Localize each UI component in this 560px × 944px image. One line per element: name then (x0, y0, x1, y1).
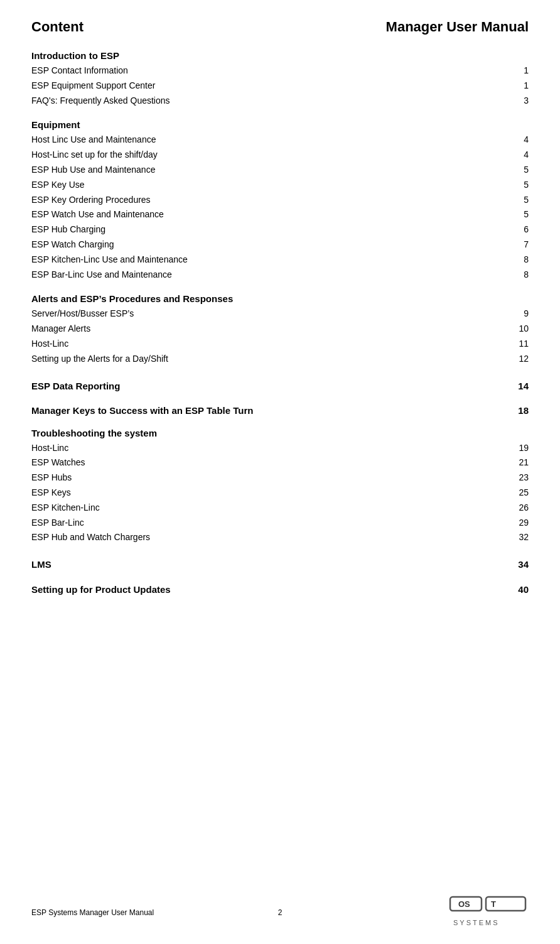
page: Content Manager User Manual Introduction… (0, 0, 560, 944)
toc-item-ts-esp-hub-watch-chargers: ESP Hub and Watch Chargers 32 (31, 530, 529, 545)
toc-label: ESP Hub and Watch Chargers (31, 530, 510, 545)
toc-label: ESP Kitchen-Linc Use and Maintenance (31, 252, 510, 268)
toc-label: Host-Linc set up for the shift/day (31, 148, 510, 163)
toc-item-esp-hub-charging: ESP Hub Charging 6 (31, 222, 529, 237)
toc-item-esp-watch-maint: ESP Watch Use and Maintenance 5 (31, 207, 529, 222)
section-title-lms: LMS (31, 556, 51, 573)
toc-page: 21 (510, 455, 529, 470)
section-title-introduction: Introduction to ESP (31, 50, 529, 61)
section-title-alerts: Alerts and ESP’s Procedures and Response… (31, 293, 529, 304)
toc-label: ESP Hub Charging (31, 222, 510, 237)
svg-text:T: T (491, 899, 496, 909)
section-equipment: Equipment Host Linc Use and Maintenance … (31, 119, 529, 282)
toc-label: Host-Linc (31, 441, 510, 456)
toc-label: ESP Watches (31, 455, 510, 470)
section-page-setting-up: 40 (518, 582, 529, 598)
toc-label: ESP Keys (31, 486, 510, 501)
section-page-lms: 34 (518, 556, 529, 573)
toc-page: 10 (510, 322, 529, 337)
page-header: Content Manager User Manual (31, 19, 529, 35)
toc-label: Server/Host/Busser ESP’s (31, 307, 510, 322)
section-title-setting-up: Setting up for Product Updates (31, 582, 171, 598)
footer-left-label: ESP Systems Manager User Manual (31, 908, 154, 917)
toc-page: 25 (510, 486, 529, 501)
toc-item-setting-alerts: Setting up the Alerts for a Day/Shift 12 (31, 352, 529, 367)
toc-page: 9 (510, 307, 529, 322)
toc-label: Host-Linc (31, 337, 510, 352)
section-title-troubleshooting: Troubleshooting the system (31, 428, 529, 438)
toc-item-ts-host-linc: Host-Linc 19 (31, 441, 529, 456)
toc-page: 8 (510, 268, 529, 283)
toc-page: 23 (510, 470, 529, 486)
toc-item-esp-contact: ESP Contact Information 1 (31, 63, 529, 79)
toc-item-esp-key-ordering: ESP Key Ordering Procedures 5 (31, 193, 529, 208)
toc-page: 5 (510, 178, 529, 193)
toc-item-ts-esp-kitchen-linc: ESP Kitchen-Linc 26 (31, 501, 529, 516)
logo-svg: OS T SYSTEMS (447, 894, 529, 931)
section-page-esp-data: 14 (518, 378, 529, 394)
toc-item-manager-alerts: Manager Alerts 10 (31, 322, 529, 337)
toc-label: ESP Watch Use and Maintenance (31, 207, 510, 222)
toc-page: 26 (510, 501, 529, 516)
toc-item-esp-support: ESP Equipment Support Center 1 (31, 79, 529, 94)
toc-page: 1 (510, 63, 529, 79)
toc-label: ESP Hubs (31, 470, 510, 486)
toc-label: FAQ's: Frequently Asked Questions (31, 94, 510, 109)
svg-text:SYSTEMS: SYSTEMS (453, 919, 500, 926)
section-setting-up: Setting up for Product Updates 40 (31, 582, 529, 598)
toc-page: 32 (510, 530, 529, 545)
toc-item-ts-esp-bar-linc: ESP Bar-Linc 29 (31, 516, 529, 531)
toc-item-host-linc: Host Linc Use and Maintenance 4 (31, 133, 529, 148)
toc-item-esp-kitchen-linc: ESP Kitchen-Linc Use and Maintenance 8 (31, 252, 529, 268)
toc-label: ESP Key Use (31, 178, 510, 193)
toc-label: ESP Key Ordering Procedures (31, 193, 510, 208)
toc-item-host-linc-alerts: Host-Linc 11 (31, 337, 529, 352)
toc-item-esp-hub-maint: ESP Hub Use and Maintenance 5 (31, 163, 529, 178)
toc-page: 6 (510, 222, 529, 237)
toc-label: ESP Kitchen-Linc (31, 501, 510, 516)
toc-item-server-host: Server/Host/Busser ESP’s 9 (31, 307, 529, 322)
toc-page: 8 (510, 252, 529, 268)
toc-label: Host Linc Use and Maintenance (31, 133, 510, 148)
page-footer: ESP Systems Manager User Manual 2 OS T S… (31, 894, 529, 931)
toc-page: 1 (510, 79, 529, 94)
toc-page: 5 (510, 193, 529, 208)
toc-label: Setting up the Alerts for a Day/Shift (31, 352, 510, 367)
toc-label: ESP Contact Information (31, 63, 510, 79)
toc-page: 4 (510, 133, 529, 148)
section-esp-data-reporting: ESP Data Reporting 14 (31, 378, 529, 394)
section-alerts: Alerts and ESP’s Procedures and Response… (31, 293, 529, 366)
section-manager-keys: Manager Keys to Success with an ESP Tabl… (31, 403, 529, 419)
toc-page: 29 (510, 516, 529, 531)
section-page-manager-keys: 18 (518, 403, 529, 419)
header-content-label: Content (31, 19, 83, 35)
toc-item-ts-esp-hubs: ESP Hubs 23 (31, 470, 529, 486)
toc-page: 3 (510, 94, 529, 109)
section-title-esp-data: ESP Data Reporting (31, 378, 120, 394)
toc-label: ESP Hub Use and Maintenance (31, 163, 510, 178)
toc-page: 19 (510, 441, 529, 456)
toc-item-ts-esp-keys: ESP Keys 25 (31, 486, 529, 501)
toc-page: 5 (510, 163, 529, 178)
header-manual-label: Manager User Manual (386, 19, 529, 35)
section-lms: LMS 34 (31, 556, 529, 573)
toc-page: 12 (510, 352, 529, 367)
toc-label: ESP Watch Charging (31, 237, 510, 252)
section-introduction: Introduction to ESP ESP Contact Informat… (31, 50, 529, 108)
toc-page: 5 (510, 207, 529, 222)
toc-item-faqs: FAQ's: Frequently Asked Questions 3 (31, 94, 529, 109)
toc-item-ts-esp-watches: ESP Watches 21 (31, 455, 529, 470)
toc-item-esp-key-use: ESP Key Use 5 (31, 178, 529, 193)
toc-label: ESP Bar-Linc Use and Maintenance (31, 268, 510, 283)
footer-center-page: 2 (278, 908, 283, 917)
toc-item-host-linc-setup: Host-Linc set up for the shift/day 4 (31, 148, 529, 163)
toc-item-esp-watch-charging: ESP Watch Charging 7 (31, 237, 529, 252)
toc-label: Manager Alerts (31, 322, 510, 337)
toc-label: ESP Equipment Support Center (31, 79, 510, 94)
toc-label: ESP Bar-Linc (31, 516, 510, 531)
svg-text:OS: OS (458, 899, 470, 909)
toc-page: 7 (510, 237, 529, 252)
toc-page: 11 (510, 337, 529, 352)
section-title-equipment: Equipment (31, 119, 529, 130)
section-title-manager-keys: Manager Keys to Success with an ESP Tabl… (31, 403, 253, 419)
